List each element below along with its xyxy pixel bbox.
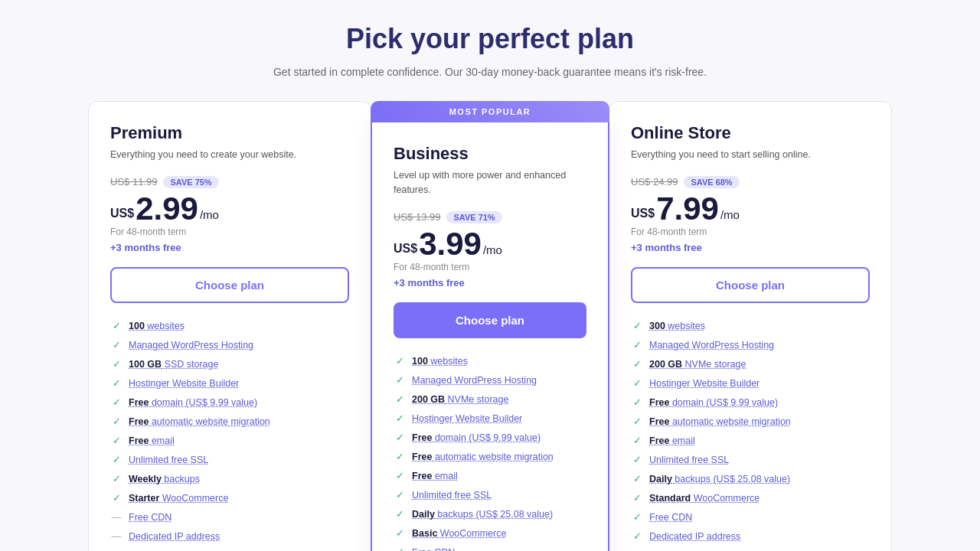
dash-icon: — xyxy=(110,530,122,543)
check-icon: ✓ xyxy=(394,412,406,425)
check-icon: ✓ xyxy=(631,377,643,390)
check-icon: ✓ xyxy=(631,320,643,332)
dash-icon: — xyxy=(110,511,122,523)
plan-card-online-store: Online StoreEverything you need to start… xyxy=(609,101,892,551)
feature-item: ✓Free automatic website migration xyxy=(394,451,586,463)
feature-text: 100 websites xyxy=(129,321,185,331)
plan-card-premium: PremiumEverything you need to create you… xyxy=(88,101,371,551)
feature-bold-text: 100 xyxy=(129,321,145,331)
page-subtitle: Get started in complete confidence. Our … xyxy=(273,66,707,78)
feature-text: Free CDN xyxy=(649,512,692,523)
feature-bold-text: Free xyxy=(129,416,149,427)
feature-text: Daily backups (US$ 25.08 value) xyxy=(412,509,553,520)
feature-item: ✓Free domain (US$ 9.99 value) xyxy=(631,396,870,409)
feature-item: ✓Free CDN xyxy=(394,546,586,552)
check-icon: ✓ xyxy=(394,355,406,367)
feature-text: Free automatic website migration xyxy=(649,416,791,427)
feature-item: ✓Managed WordPress Hosting xyxy=(110,339,349,351)
feature-text: Hostinger Website Builder xyxy=(412,413,522,424)
feature-item: ✓Managed WordPress Hosting xyxy=(394,374,586,386)
feature-item: ✓Daily backups (US$ 25.08 value) xyxy=(631,473,870,485)
plan-name: Premium xyxy=(110,123,349,143)
check-icon: ✓ xyxy=(394,451,406,463)
features-list: ✓100 websites✓Managed WordPress Hosting✓… xyxy=(110,320,349,551)
months-free: +3 months free xyxy=(631,242,870,253)
plan-name: Online Store xyxy=(631,123,870,143)
save-badge: SAVE 71% xyxy=(446,211,501,223)
price-period: /mo xyxy=(720,208,740,221)
feature-bold-text: 100 GB xyxy=(129,359,162,370)
check-icon: ✓ xyxy=(631,492,643,504)
check-icon: ✓ xyxy=(631,435,643,447)
feature-item: ✓Hostinger Website Builder xyxy=(631,377,870,390)
feature-bold-text: Starter xyxy=(129,493,159,504)
feature-bold-text: Free xyxy=(129,435,149,446)
check-icon: ✓ xyxy=(394,432,406,444)
feature-item: ✓Free CDN xyxy=(631,511,870,523)
feature-item: ✓Unlimited free SSL xyxy=(631,454,870,466)
feature-text: Free automatic website migration xyxy=(412,452,554,462)
check-icon: ✓ xyxy=(394,393,406,406)
feature-text: 200 GB NVMe storage xyxy=(412,394,508,405)
feature-item: ✓Unlimited free SSL xyxy=(110,454,349,466)
choose-plan-button-business[interactable]: Choose plan xyxy=(394,302,586,338)
plan-description: Level up with more power and enhanced fe… xyxy=(394,168,586,197)
original-price-row: US$ 24.99SAVE 68% xyxy=(631,176,870,188)
feature-text: Free email xyxy=(129,435,175,446)
feature-bold-text: Daily xyxy=(649,474,672,484)
check-icon: ✓ xyxy=(110,320,122,332)
feature-item: ✓Starter WooCommerce xyxy=(110,492,349,504)
feature-bold-text: Free xyxy=(129,397,149,408)
feature-item: ✓Managed WordPress Hosting xyxy=(631,339,870,351)
feature-item: ✓Free automatic website migration xyxy=(110,416,349,428)
price-period: /mo xyxy=(200,208,219,221)
check-icon: ✓ xyxy=(110,377,122,390)
check-icon: ✓ xyxy=(631,416,643,428)
feature-bold-text: Free xyxy=(412,432,432,443)
plan-name: Business xyxy=(394,144,586,164)
check-icon: ✓ xyxy=(631,530,643,543)
feature-text: Weekly backups xyxy=(129,474,200,484)
check-icon: ✓ xyxy=(394,489,406,501)
feature-bold-text: Free xyxy=(412,452,432,462)
feature-item: ✓100 websites xyxy=(110,320,349,332)
feature-text: Free domain (US$ 9.99 value) xyxy=(412,432,541,443)
feature-text: Managed WordPress Hosting xyxy=(649,340,774,350)
features-list: ✓100 websites✓Managed WordPress Hosting✓… xyxy=(394,355,586,552)
feature-item: ✓Hostinger Website Builder xyxy=(110,377,349,390)
plans-container: PremiumEverything you need to create you… xyxy=(88,101,892,551)
feature-text: 100 websites xyxy=(412,356,468,367)
most-popular-badge: MOST POPULAR xyxy=(371,101,609,122)
feature-text: Hostinger Website Builder xyxy=(649,378,760,389)
feature-text: Daily backups (US$ 25.08 value) xyxy=(649,474,790,484)
feature-text: Unlimited free SSL xyxy=(649,455,729,465)
feature-item: ✓Dedicated IP address xyxy=(631,530,870,543)
save-badge: SAVE 68% xyxy=(684,176,739,188)
page-title: Pick your perfect plan xyxy=(346,23,634,55)
features-list: ✓300 websites✓Managed WordPress Hosting✓… xyxy=(631,320,870,551)
check-icon: ✓ xyxy=(631,339,643,351)
choose-plan-button-premium[interactable]: Choose plan xyxy=(110,267,349,303)
save-badge: SAVE 75% xyxy=(163,176,218,188)
feature-text: 300 websites xyxy=(649,321,705,331)
feature-item: ✓Daily backups (US$ 25.08 value) xyxy=(394,508,586,520)
feature-item: ✓Free domain (US$ 9.99 value) xyxy=(110,396,349,409)
choose-plan-button-online-store[interactable]: Choose plan xyxy=(631,267,870,303)
feature-item: —Dedicated IP address xyxy=(110,530,349,543)
feature-item: ✓100 GB SSD storage xyxy=(110,358,349,370)
feature-text: Free domain (US$ 9.99 value) xyxy=(129,397,257,408)
original-price-row: US$ 11.99SAVE 75% xyxy=(110,176,349,188)
feature-item: ✓Free domain (US$ 9.99 value) xyxy=(394,432,586,444)
feature-bold-text: Free xyxy=(412,471,432,481)
check-icon: ✓ xyxy=(631,511,643,523)
months-free: +3 months free xyxy=(394,277,586,289)
feature-bold-text: Weekly xyxy=(129,474,162,484)
feature-item: ✓200 GB NVMe storage xyxy=(631,358,870,370)
check-icon: ✓ xyxy=(110,396,122,409)
price-currency: US$ xyxy=(110,207,134,220)
check-icon: ✓ xyxy=(631,473,643,485)
original-price: US$ 13.99 xyxy=(394,211,440,223)
feature-item: ✓200 GB NVMe storage xyxy=(394,393,586,406)
feature-text: 100 GB SSD storage xyxy=(129,359,218,370)
feature-text: Hostinger Website Builder xyxy=(129,378,239,389)
